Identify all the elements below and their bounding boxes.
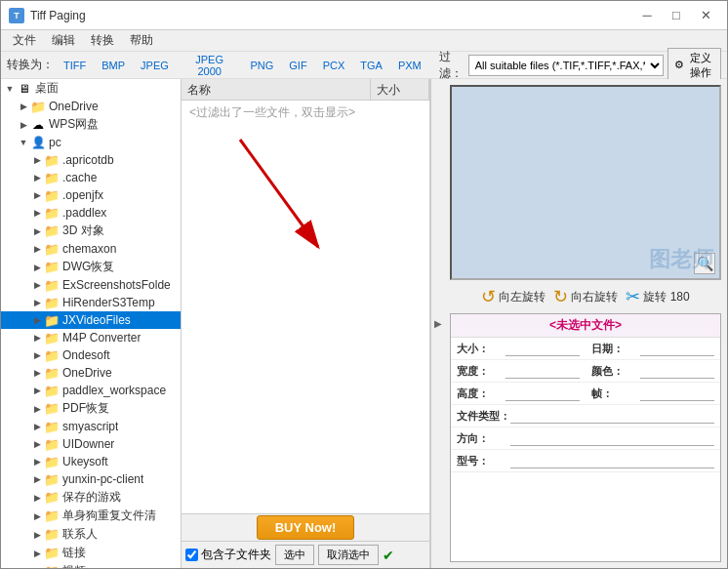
zoom-button[interactable]: 🔍 [694, 253, 715, 274]
menu-file[interactable]: 文件 [5, 30, 44, 51]
list-item[interactable]: ▶ 📁 HiRenderS3Temp [1, 294, 181, 311]
tree-item-label: Ondesoft [62, 348, 110, 362]
info-width-row: 宽度： [451, 360, 586, 383]
format-jpeg[interactable]: JPEG [135, 57, 175, 74]
expand-icon: ▶ [30, 153, 44, 167]
minimize-button[interactable]: ─ [633, 5, 661, 26]
list-item[interactable]: ▶ 📁 M4P Converter [1, 329, 181, 346]
list-item[interactable]: ▶ 📁 Ondesoft [1, 346, 181, 364]
close-button[interactable]: ✕ [692, 5, 719, 26]
folder-icon: 📁 [44, 277, 60, 293]
custom-ops-button[interactable]: ⚙ 定义操作 [667, 48, 721, 83]
tree-item-label: 保存的游戏 [62, 489, 121, 506]
maximize-button[interactable]: □ [663, 5, 690, 26]
info-panel: <未选中文件> 大小： 日期： 宽度： 颜色： [450, 313, 721, 562]
color-value [640, 363, 714, 379]
format-png[interactable]: PNG [244, 57, 279, 74]
format-pcx[interactable]: PCX [317, 57, 351, 74]
format-bmp[interactable]: BMP [96, 57, 131, 74]
list-item[interactable]: ▶ 📁 保存的游戏 [1, 488, 181, 507]
folder-icon: 📁 [44, 454, 60, 469]
list-item[interactable]: ▶ 📁 chemaxon [1, 240, 181, 258]
tree-item-label: WPS网盘 [49, 116, 99, 133]
main-window: T Tiff Paging ─ □ ✕ 文件 编辑 转换 帮助 转换为： TIF… [0, 0, 728, 569]
tree-item-label: OneDrive [49, 100, 99, 113]
tree-root[interactable]: ▼ 🖥 桌面 [1, 79, 181, 98]
menu-edit[interactable]: 编辑 [44, 30, 83, 51]
info-color-row: 颜色： [586, 360, 720, 383]
list-item[interactable]: ▶ 📁 .cache [1, 169, 181, 186]
buy-now-button[interactable]: BUY Now! [257, 515, 355, 540]
format-tiff[interactable]: TIFF [58, 57, 92, 74]
list-item[interactable]: ▶ 📁 .apricotdb [1, 151, 181, 169]
tree-item-label: ExScreenshotsFolde [62, 278, 171, 292]
expand-icon: ▶ [30, 296, 44, 309]
list-item[interactable]: ▶ 📁 视频 [1, 562, 181, 568]
expand-icon: ▶ [30, 384, 44, 397]
list-item[interactable]: ▶ 📁 3D 对象 [1, 222, 181, 240]
expand-icon: ▶ [17, 100, 30, 113]
tree-view[interactable]: ▼ 🖥 桌面 ▶ 📁 OneDrive ▶ ☁ WPS网盘 ▼ 👤 [1, 79, 181, 568]
list-item[interactable]: ▶ 📁 .paddlex [1, 204, 181, 222]
list-item[interactable]: ▶ 📁 UIDowner [1, 435, 181, 453]
folder-icon: 📁 [44, 471, 60, 487]
date-value [640, 341, 714, 356]
format-gif[interactable]: GIF [283, 57, 312, 74]
list-item[interactable]: ▶ 📁 OneDrive [1, 98, 181, 115]
direction-value [510, 430, 714, 446]
list-item[interactable]: ▶ 📁 单身狗重复文件清 [1, 507, 181, 525]
deselect-button[interactable]: 取消选中 [318, 545, 379, 565]
include-subfolders-label: 包含子文件夹 [201, 547, 271, 563]
rotate-left-button[interactable]: ↺ 向左旋转 [481, 286, 546, 307]
toolbar: 转换为： TIFF BMP JPEG JPEG 2000 PNG GIF PCX… [1, 52, 727, 79]
list-item[interactable]: ▶ 📁 联系人 [1, 525, 181, 544]
rotate-180-label: 旋转 180 [643, 289, 689, 305]
list-item[interactable]: ▶ 📁 smyascript [1, 418, 181, 435]
frame-label: 帧： [591, 386, 640, 401]
rotate-right-icon: ↻ [553, 286, 568, 307]
rotate-180-button[interactable]: ✂ 旋转 180 [626, 286, 689, 307]
list-item[interactable]: ▶ 📁 DWG恢复 [1, 258, 181, 276]
width-label: 宽度： [457, 364, 506, 379]
info-filetype-row: 文件类型： [451, 405, 720, 427]
list-item[interactable]: ▼ 👤 pc [1, 134, 181, 151]
list-item[interactable]: ▶ 📁 paddlex_workspace [1, 382, 181, 399]
rotate-left-label: 向左旋转 [499, 289, 546, 305]
folder-icon: 📁 [44, 401, 60, 417]
panel-scroll-arrow[interactable]: ▶ [430, 79, 444, 568]
include-subfolders-checkbox[interactable] [185, 549, 198, 561]
menu-help[interactable]: 帮助 [122, 30, 161, 51]
filter-select[interactable]: All suitable files (*.TIF,*.TIFF,*.FAX,*… [468, 55, 664, 76]
title-bar: T Tiff Paging ─ □ ✕ [1, 1, 727, 30]
list-item[interactable]: ▶ 📁 Ukeysoft [1, 453, 181, 470]
list-item[interactable]: ▶ 📁 链接 [1, 544, 181, 562]
user-icon: 👤 [30, 135, 46, 150]
filetype-label: 文件类型： [457, 409, 510, 424]
list-item[interactable]: ▶ ☁ WPS网盘 [1, 115, 181, 134]
buy-now-area: BUY Now! [182, 513, 429, 541]
format-tga[interactable]: TGA [354, 57, 388, 74]
list-item[interactable]: ▶ 📁 ExScreenshotsFolde [1, 276, 181, 294]
format-pxm[interactable]: PXM [392, 57, 427, 74]
rotate-right-button[interactable]: ↻ 向右旋转 [553, 286, 618, 307]
right-panel: 🔍 图老师 ↺ 向左旋转 ↻ 向右旋转 ✂ 旋转 180 [444, 79, 727, 568]
bottom-bar: 包含子文件夹 选中 取消选中 ✔ [182, 541, 429, 568]
expand-icon: ▶ [30, 565, 44, 569]
expand-icon: ▶ [30, 420, 44, 433]
filetype-value [510, 408, 714, 424]
menu-convert[interactable]: 转换 [83, 30, 122, 51]
tree-item-label: UIDowner [62, 437, 114, 451]
select-button[interactable]: 选中 [275, 545, 314, 565]
col-name-header: 名称 [182, 79, 371, 100]
file-list-body[interactable]: <过滤出了一些文件，双击显示> [182, 101, 429, 513]
list-item[interactable]: ▶ 📁 OneDrive [1, 364, 181, 382]
list-item[interactable]: ▶ 📁 PDF恢复 [1, 399, 181, 418]
list-item-selected[interactable]: ▶ 📁 JXVideoFiles [1, 311, 181, 329]
list-item[interactable]: ▶ 📁 .openjfx [1, 186, 181, 204]
folder-icon: 📁 [44, 205, 60, 221]
expand-icon: ▶ [30, 509, 44, 523]
list-item[interactable]: ▶ 📁 yunxin-pc-client [1, 470, 181, 488]
col-size-header: 大小 [371, 79, 429, 100]
expand-icon: ▶ [30, 261, 44, 274]
format-jpeg2000[interactable]: JPEG 2000 [179, 51, 241, 80]
